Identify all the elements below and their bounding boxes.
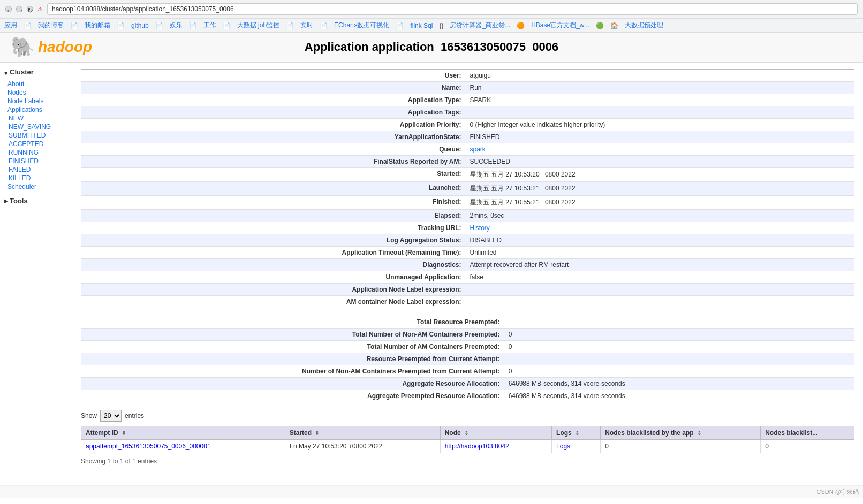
info-row: YarnApplicationState: FINISHED <box>81 131 854 143</box>
info-value <box>468 284 854 295</box>
attempts-table: Attempt ID ⇕ Started ⇕ Node ⇕ Logs ⇕ Nod… <box>81 426 854 453</box>
info-value: Unlimited <box>468 247 854 258</box>
logs-cell: Logs <box>552 440 601 453</box>
info-value: SPARK <box>468 94 854 106</box>
info-value: 2mins, 0sec <box>468 210 854 222</box>
preemption-row: Total Number of AM Containers Preempted:… <box>81 341 854 353</box>
hadoop-elephant-icon: 🐘 <box>11 36 35 58</box>
info-row: Queue: spark <box>81 143 854 156</box>
info-label: Application Node Label expression: <box>81 284 468 295</box>
info-row: Name: Run <box>81 82 854 94</box>
page-wrapper: 🐘 hadoop Application application_1653613… <box>0 33 863 498</box>
info-row: Elapsed: 2mins, 0sec <box>81 210 854 222</box>
bookmarks-bar: 应用 📄我的博客 📄我的邮箱 📄github 📄娱乐 📄工作 📄大数据 job监… <box>0 19 863 33</box>
info-label: Finished: <box>81 196 468 209</box>
info-row: AM container Node Label expression: <box>81 296 854 308</box>
sort-blacklisted-icon[interactable]: ⇕ <box>697 430 701 436</box>
info-value: SUCCEEDED <box>468 156 854 167</box>
preemption-label: Total Number of AM Containers Preempted: <box>81 341 506 353</box>
info-row: Application Type: SPARK <box>81 94 854 106</box>
tools-arrow-icon: ▸ <box>4 197 8 205</box>
sidebar-node-labels[interactable]: Node Labels <box>7 97 67 105</box>
sidebar-new-saving[interactable]: NEW_SAVING <box>9 123 67 131</box>
bookmark-房贷[interactable]: 房贷计算器_商业贷... <box>450 21 510 30</box>
info-label: Application Type: <box>81 94 468 106</box>
bookmark-hbase[interactable]: HBase官方文档_w... <box>531 21 589 30</box>
bookmark-github[interactable]: github <box>131 22 149 29</box>
bookmark-实时[interactable]: 实时 <box>300 21 313 30</box>
logo-area: 🐘 hadoop <box>11 36 92 58</box>
sidebar-running[interactable]: RUNNING <box>9 149 67 156</box>
content-area: ▾ Cluster About Nodes Node Labels Applic… <box>0 63 863 485</box>
preemption-value: 646988 MB-seconds, 314 vcore-seconds <box>506 378 854 390</box>
info-label: Elapsed: <box>81 210 468 222</box>
sidebar-scheduler[interactable]: Scheduler <box>7 183 67 190</box>
info-row: Application Tags: <box>81 106 854 119</box>
info-value: Attempt recovered after RM restart <box>468 259 854 271</box>
url-bar[interactable] <box>47 3 858 15</box>
cluster-arrow-icon: ▾ <box>4 69 8 77</box>
info-value: false <box>468 271 854 283</box>
logs-link[interactable]: Logs <box>556 442 570 450</box>
bookmark-job[interactable]: 大数据 job监控 <box>237 21 279 30</box>
col-blacklisted-app: Nodes blacklisted by the app ⇕ <box>601 426 761 440</box>
preemption-row: Number of Non-AM Containers Preempted fr… <box>81 365 854 378</box>
sidebar: ▾ Cluster About Nodes Node Labels Applic… <box>0 63 72 485</box>
info-value: DISABLED <box>468 234 854 246</box>
sort-node-icon[interactable]: ⇕ <box>464 430 468 436</box>
queue-link[interactable]: spark <box>470 146 486 153</box>
sidebar-killed[interactable]: KILLED <box>9 174 67 182</box>
sort-attempt-icon[interactable]: ⇕ <box>122 430 126 436</box>
footer-watermark: CSDN @宇欢码 <box>0 485 863 498</box>
preemption-label: Aggregate Preempted Resource Allocation: <box>81 390 506 402</box>
preemption-row: Resource Preempted from Current Attempt: <box>81 353 854 365</box>
info-label: Name: <box>81 82 468 94</box>
sidebar-accepted[interactable]: ACCEPTED <box>9 140 67 148</box>
preemption-label: Total Number of Non-AM Containers Preemp… <box>81 329 506 340</box>
bookmark-娱乐[interactable]: 娱乐 <box>170 21 183 30</box>
info-value: 星期五 五月 27 10:55:21 +0800 2022 <box>468 196 854 209</box>
tracking-url-link[interactable]: History <box>470 224 490 232</box>
bookmark-邮箱[interactable]: 我的邮箱 <box>85 21 110 30</box>
sidebar-nodes[interactable]: Nodes <box>7 89 67 96</box>
col-blacklisted-overall: Nodes blacklist... <box>761 426 854 440</box>
preemption-row: Aggregate Preempted Resource Allocation:… <box>81 390 854 402</box>
info-value: 0 (Higher Integer value indicates higher… <box>468 119 854 131</box>
sidebar-new[interactable]: NEW <box>9 114 67 122</box>
sort-logs-icon[interactable]: ⇕ <box>575 430 579 436</box>
node-link[interactable]: http://hadoop103:8042 <box>445 442 509 450</box>
bookmark-flink[interactable]: flink Sql <box>410 22 433 29</box>
sidebar-finished[interactable]: FINISHED <box>9 157 67 165</box>
tools-section: ▸ Tools <box>4 197 67 205</box>
sidebar-about[interactable]: About <box>7 80 67 88</box>
info-value: 星期五 五月 27 10:53:21 +0800 2022 <box>468 182 854 195</box>
info-value: atguigu <box>468 70 854 81</box>
bookmark-echarts[interactable]: ECharts数据可视化 <box>334 21 389 30</box>
entries-select[interactable]: 20 <box>100 410 122 422</box>
cluster-label: Cluster <box>10 68 34 76</box>
preemption-row: Total Resource Preempted: <box>81 316 854 329</box>
sidebar-failed[interactable]: FAILED <box>9 166 67 173</box>
showing-text: Showing 1 to 1 of 1 entries <box>81 457 854 465</box>
bookmark-工作[interactable]: 工作 <box>203 21 216 30</box>
browser-back[interactable]: ← <box>5 6 12 12</box>
attempt-id-cell: appattempt_1653613050075_0006_000001 <box>81 440 285 453</box>
preemption-label: Number of Non-AM Containers Preempted fr… <box>81 365 506 377</box>
info-label: FinalStatus Reported by AM: <box>81 156 468 167</box>
browser-refresh[interactable]: ↻ <box>27 6 33 12</box>
sidebar-applications[interactable]: Applications <box>7 106 67 113</box>
attempt-id-link[interactable]: appattempt_1653613050075_0006_000001 <box>86 442 211 450</box>
sort-started-icon[interactable]: ⇕ <box>315 430 319 436</box>
info-row: Diagnostics: Attempt recovered after RM … <box>81 259 854 271</box>
bookmark-应用[interactable]: 应用 <box>4 21 17 30</box>
col-attempt-id: Attempt ID ⇕ <box>81 426 285 440</box>
bookmark-博客[interactable]: 我的博客 <box>38 21 64 30</box>
browser-forward[interactable]: → <box>16 6 22 12</box>
bookmark-大数据[interactable]: 大数据预处理 <box>625 21 663 30</box>
sidebar-submitted[interactable]: SUBMITTED <box>9 132 67 139</box>
info-row: Finished: 星期五 五月 27 10:55:21 +0800 2022 <box>81 196 854 210</box>
info-value: FINISHED <box>468 131 854 143</box>
node-cell: http://hadoop103:8042 <box>440 440 551 453</box>
page-title: Application application_1653613050075_00… <box>305 40 558 54</box>
main-content: User: atguigu Name: Run Application Type… <box>72 63 863 485</box>
